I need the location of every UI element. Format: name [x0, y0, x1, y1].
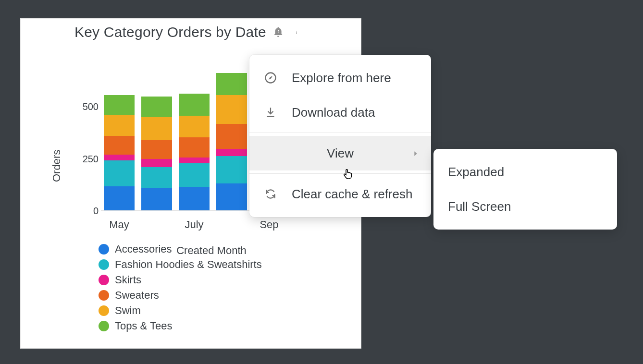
legend-item[interactable]: Accessories — [99, 243, 262, 255]
view-submenu: Expanded Full Screen — [433, 149, 617, 230]
legend-swatch — [99, 290, 109, 301]
download-icon — [263, 105, 278, 120]
menu-item-label: Explore from here — [292, 71, 391, 85]
bar-segment[interactable] — [104, 115, 135, 136]
bar-segment[interactable] — [179, 137, 210, 157]
bar-segment[interactable] — [216, 124, 247, 149]
menu-item-clear-cache[interactable]: Clear cache & refresh — [249, 177, 431, 211]
x-axis-ticks: MayJulySep — [101, 218, 370, 231]
legend-item[interactable]: Swim — [99, 304, 262, 317]
menu-item-view[interactable]: View — [249, 136, 431, 170]
bar-segment[interactable] — [141, 117, 172, 140]
card-title: Key Category Orders by Date — [74, 24, 266, 40]
svg-marker-4 — [269, 76, 272, 80]
legend-swatch — [99, 305, 109, 316]
x-tick: July — [179, 218, 210, 231]
legend-label: Fashion Hoodies & Sweatshirts — [115, 258, 262, 271]
bar-segment[interactable] — [216, 95, 247, 124]
submenu-item-label: Full Screen — [448, 199, 511, 214]
legend-label: Sweaters — [115, 289, 159, 302]
svg-point-0 — [296, 31, 297, 31]
legend-label: Accessories — [115, 243, 172, 255]
x-tick — [141, 218, 172, 231]
legend-swatch — [99, 321, 109, 331]
menu-divider — [249, 133, 431, 133]
legend-item[interactable]: Skirts — [99, 274, 262, 286]
menu-item-download[interactable]: Download data — [249, 95, 431, 130]
bar-column[interactable] — [104, 95, 135, 210]
bar-segment[interactable] — [141, 97, 172, 117]
legend-swatch — [99, 275, 109, 285]
menu-item-label: View — [327, 146, 354, 161]
y-axis-label: Orders — [50, 150, 63, 182]
bar-segment[interactable] — [104, 136, 135, 155]
menu-item-explore[interactable]: Explore from here — [249, 61, 431, 95]
bar-segment[interactable] — [179, 116, 210, 138]
chart-legend: AccessoriesFashion Hoodies & Sweatshirts… — [99, 243, 262, 332]
kebab-menu-button[interactable] — [290, 26, 303, 38]
bar-segment[interactable] — [104, 155, 135, 160]
y-axis-ticks: 0250500 — [72, 86, 99, 211]
bar-column[interactable] — [216, 73, 247, 210]
refresh-icon — [263, 186, 278, 202]
x-tick: May — [104, 218, 135, 231]
bar-segment[interactable] — [104, 95, 135, 115]
menu-item-label: Clear cache & refresh — [292, 187, 412, 202]
menu-item-label: Download data — [292, 105, 375, 120]
card-header: Key Category Orders by Date — [74, 24, 303, 40]
legend-item[interactable]: Tops & Tees — [99, 320, 262, 332]
bar-segment[interactable] — [216, 149, 247, 156]
compass-icon — [263, 70, 278, 85]
bar-segment[interactable] — [216, 183, 247, 210]
x-tick: Sep — [254, 218, 284, 231]
y-tick: 0 — [72, 206, 99, 217]
y-tick: 500 — [72, 101, 99, 112]
bar-segment[interactable] — [179, 94, 210, 116]
submenu-item-fullscreen[interactable]: Full Screen — [433, 189, 617, 224]
y-tick: 250 — [72, 153, 99, 164]
bar-segment[interactable] — [216, 156, 247, 183]
chevron-right-icon — [412, 146, 420, 161]
legend-item[interactable]: Fashion Hoodies & Sweatshirts — [99, 258, 262, 271]
bar-segment[interactable] — [179, 158, 210, 163]
bell-icon[interactable] — [272, 26, 284, 38]
menu-divider — [249, 173, 431, 174]
x-tick — [216, 218, 247, 231]
tile-actions-menu: Explore from here Download data View Cle… — [249, 55, 431, 217]
legend-label: Swim — [115, 304, 141, 317]
legend-label: Skirts — [115, 274, 141, 286]
bar-segment[interactable] — [179, 163, 210, 187]
legend-swatch — [99, 244, 109, 255]
legend-swatch — [99, 259, 109, 270]
bar-segment[interactable] — [141, 167, 172, 188]
bar-segment[interactable] — [216, 73, 247, 95]
bar-segment[interactable] — [104, 160, 135, 186]
bar-segment[interactable] — [141, 159, 172, 167]
bar-column[interactable] — [141, 97, 172, 210]
bar-segment[interactable] — [179, 187, 210, 210]
bar-segment[interactable] — [104, 186, 135, 210]
bar-column[interactable] — [179, 94, 210, 210]
svg-point-2 — [296, 33, 297, 34]
legend-item[interactable]: Sweaters — [99, 289, 262, 302]
svg-point-1 — [296, 32, 297, 32]
legend-label: Tops & Tees — [115, 320, 172, 332]
bar-segment[interactable] — [141, 140, 172, 159]
bar-segment[interactable] — [141, 188, 172, 210]
submenu-item-label: Expanded — [448, 165, 504, 180]
submenu-item-expanded[interactable]: Expanded — [433, 155, 617, 189]
